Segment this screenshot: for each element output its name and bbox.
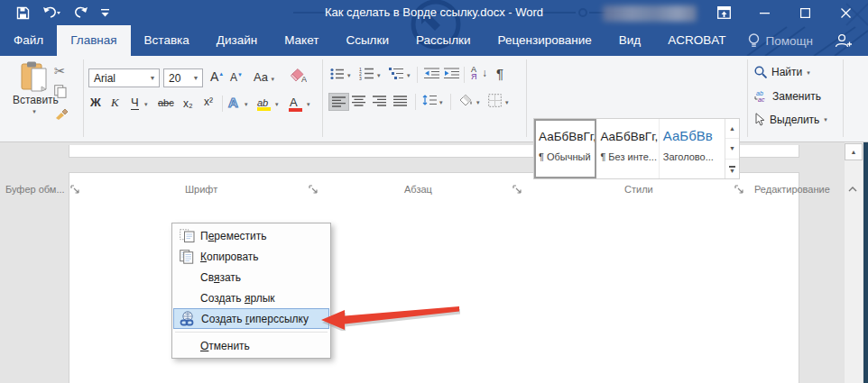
bullets-caret[interactable]: ▾	[347, 72, 351, 78]
menu-item-cancel[interactable]: Отменить	[173, 335, 329, 356]
numbering-icon: 123	[359, 67, 374, 80]
tab-mailings[interactable]: Рассылки	[402, 25, 485, 56]
font-color-caret[interactable]: ▾	[307, 101, 310, 107]
underline-button[interactable]: Ч	[131, 96, 139, 110]
tab-references[interactable]: Ссылки	[332, 25, 402, 56]
numbering-caret[interactable]: ▾	[377, 72, 381, 78]
style-card-normal[interactable]: АаБбВвГг, ¶ Обычный	[534, 119, 596, 178]
show-marks-button[interactable]: ¶	[496, 66, 503, 81]
tab-insert[interactable]: Вставка	[131, 25, 203, 56]
find-button[interactable]: Найти ▾	[754, 66, 810, 78]
tab-acrobat[interactable]: ACROBAT	[654, 25, 739, 56]
tab-layout[interactable]: Макет	[271, 25, 332, 56]
menu-item-copy[interactable]: Копировать	[173, 246, 329, 267]
strikethrough-button[interactable]: abc	[158, 97, 174, 108]
bullets-button[interactable]	[330, 68, 345, 80]
bold-button[interactable]: Ж	[90, 96, 101, 109]
borders-button[interactable]	[488, 94, 502, 107]
styles-gallery: АаБбВвГг, ¶ Обычный АаБбВвГг, ¶ Без инте…	[533, 118, 740, 179]
line-spacing-button[interactable]	[422, 94, 437, 106]
style-name: Заголово...	[663, 151, 723, 162]
clipboard-dialog-launcher[interactable]	[70, 185, 80, 195]
menu-item-create-hyperlink[interactable]: Создать гиперссылку	[173, 308, 329, 329]
styles-scroll-down-button[interactable]: ▼	[725, 139, 739, 159]
style-card-heading[interactable]: АаБбВв Заголово...	[660, 119, 725, 178]
close-button[interactable]	[826, 0, 866, 25]
select-button[interactable]: Выделить ▾	[754, 113, 827, 126]
menu-item-create-shortcut[interactable]: Создать ярлык	[173, 287, 329, 308]
style-card-no-spacing[interactable]: АаБбВвГг, ¶ Без инте...	[596, 119, 659, 178]
styles-more-button[interactable]: ▼	[725, 160, 739, 178]
tab-view[interactable]: Вид	[605, 25, 654, 56]
underline-caret[interactable]: ▾	[144, 101, 148, 107]
increase-indent-button[interactable]	[444, 68, 459, 79]
styles-gallery-scroll: ▲ ▼ ▼	[725, 119, 739, 178]
style-sample: АаБбВвГг,	[600, 130, 656, 143]
shrink-font-button[interactable]: А▼	[230, 71, 243, 84]
paragraph-dialog-launcher[interactable]	[512, 185, 522, 195]
svg-text:3: 3	[359, 76, 362, 81]
tab-review[interactable]: Рецензирование	[485, 25, 605, 56]
tab-home[interactable]: Главная	[57, 25, 130, 56]
cut-button[interactable]: ✂	[54, 63, 66, 79]
shading-caret[interactable]: ▾	[476, 99, 480, 105]
replace-button[interactable]: abac Заменить	[754, 89, 821, 103]
line-spacing-caret[interactable]: ▾	[439, 99, 443, 105]
menu-item-link[interactable]: Связать	[173, 267, 329, 287]
small-separator	[222, 96, 223, 112]
highlight-color-button[interactable]: ab	[257, 94, 268, 110]
align-right-button[interactable]	[373, 96, 386, 106]
collapse-ribbon-button[interactable]	[848, 186, 857, 193]
small-separator	[415, 94, 416, 110]
style-sample: АаБбВвГг,	[539, 130, 594, 143]
styles-scroll-up-button[interactable]: ▲	[725, 119, 739, 139]
borders-caret[interactable]: ▾	[505, 99, 509, 105]
numbering-button[interactable]: 123	[359, 67, 374, 80]
tab-file[interactable]: Файл	[0, 25, 57, 56]
font-dialog-launcher[interactable]	[309, 185, 319, 195]
shading-button[interactable]	[457, 93, 474, 107]
sort-button[interactable]: АЯ	[471, 66, 477, 80]
italic-button[interactable]: К	[111, 96, 119, 110]
maximize-button[interactable]	[785, 0, 826, 25]
font-color-button[interactable]: А	[290, 94, 298, 110]
font-name-combo[interactable]: Arial ▼	[88, 68, 160, 87]
tab-design[interactable]: Дизайн	[203, 25, 271, 56]
comments-button[interactable]	[864, 25, 868, 56]
paste-button[interactable]: Вставить ▾	[13, 61, 56, 114]
red-annotation-arrow	[318, 304, 462, 331]
superscript-button[interactable]: x²	[204, 96, 213, 108]
subscript-button[interactable]: x₂	[183, 97, 193, 110]
context-menu: Переместить Копировать Связать Создать я…	[171, 223, 331, 359]
tell-me-box[interactable]: Помощн	[739, 25, 822, 56]
align-left-button[interactable]	[328, 93, 349, 111]
ribbon-display-options-button[interactable]	[704, 0, 744, 25]
clipboard-group-label: Буфер обм...	[5, 184, 65, 195]
justify-button[interactable]	[393, 96, 407, 106]
decrease-indent-button[interactable]	[424, 68, 439, 79]
multilevel-list-button[interactable]	[389, 67, 404, 80]
format-painter-button[interactable]	[54, 105, 69, 120]
ribbon: Вставить ▾ ✂ Буфер обм... Arial ▼ 20	[0, 56, 868, 142]
ribbon-tab-row: Файл Главная Вставка Дизайн Макет Ссылки…	[0, 25, 868, 56]
font-group-label: Шрифт	[185, 184, 217, 195]
styles-dialog-launcher[interactable]	[734, 185, 744, 195]
svg-text:А: А	[301, 75, 307, 83]
eraser-icon: А	[291, 68, 307, 83]
vertical-scrollbar[interactable]: ▲	[845, 142, 863, 383]
align-center-button[interactable]	[352, 96, 365, 106]
change-case-button[interactable]: Aa ▾	[254, 70, 274, 84]
clear-formatting-button[interactable]: А	[291, 68, 307, 83]
share-signin-button[interactable]	[822, 25, 864, 56]
editing-group-label: Редактирование	[754, 184, 830, 195]
scroll-up-button[interactable]: ▲	[845, 143, 863, 160]
grow-font-button[interactable]: А▲	[210, 69, 224, 84]
menu-item-move[interactable]: Переместить	[173, 225, 329, 246]
font-size-combo[interactable]: 20 ▼	[163, 68, 203, 87]
highlight-caret[interactable]: ▾	[275, 101, 279, 107]
minimize-button[interactable]	[744, 0, 785, 25]
text-effects-caret[interactable]: ▾	[245, 101, 248, 107]
text-effects-button[interactable]: А	[228, 95, 238, 110]
copy-button[interactable]	[54, 85, 67, 98]
multilevel-caret[interactable]: ▾	[407, 72, 411, 78]
